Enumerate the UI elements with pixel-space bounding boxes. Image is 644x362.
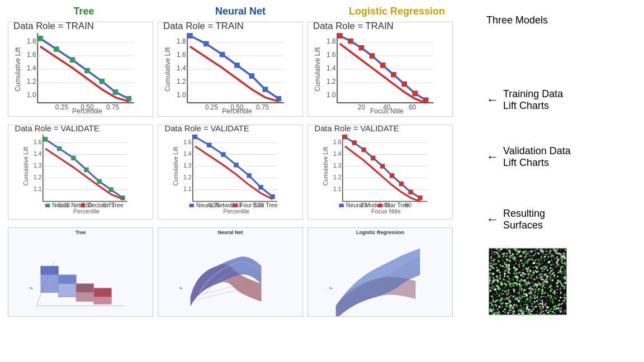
y-tick-2: 1.6 [177,51,186,59]
sq3 [359,45,364,51]
sq6 [391,72,396,78]
legend-text2: Decision Tree [88,202,124,208]
sq4 [371,156,375,160]
legend-text2: Star Tree [385,202,409,208]
tree-surface-grid: x1_log_inc y [28,261,125,317]
training-arrow: ← [486,93,499,107]
sq3 [221,152,225,156]
sq6 [258,185,263,189]
y-tick-4: 1.2 [326,78,336,85]
three-models-group: Three Models [486,14,638,27]
sq2 [348,39,353,44]
tree-title: Tree [6,6,162,17]
neural-val-title: Data Role = VALIDATE [165,125,249,133]
sq7 [401,82,407,87]
surfaces-row: Tree [6,225,475,319]
y-tick-2: 1.6 [27,51,36,59]
x-tick-2: 0.50 [80,103,94,111]
sq1 [343,135,347,139]
sq6 [390,173,394,178]
tree-surface-title: Tree [8,228,153,235]
tree-surf-x-label: x1_log_inc [70,316,91,317]
y-tick-1: 1.8 [27,37,36,45]
validation-data-group: ← Validation Data Lift Charts [486,145,638,169]
tree-val-title: Data Role = VALIDATE [15,125,100,133]
logistic-surf-x-label: Coll_GPA [369,316,389,317]
y-tick-5: 1.0 [27,91,36,99]
sq3 [361,147,366,152]
sq4 [234,163,238,167]
tree-val-y-label: Cumulative Lift [22,147,29,186]
sq4 [84,168,88,172]
x-tick-3: 60 [409,103,416,111]
x-tick-3: 0.75 [106,103,120,111]
sq5 [97,179,101,184]
y-tick-1: 1.8 [177,37,186,45]
sq2 [54,46,59,52]
y-tick-2: 1.4 [183,150,192,157]
logistic-title: Logistic Regression [319,6,475,17]
sq8 [413,90,418,96]
tree-top-4 [94,288,112,297]
sq1 [37,36,43,41]
y-tick-3: 1.3 [34,162,42,169]
tree-train-title: Data Role = TRAIN [13,22,94,31]
surfaces-group: ← Resulting Surfaces [486,208,638,231]
validation-label-text: Validation Data Lift Charts [503,145,571,169]
sq2 [352,140,357,145]
y-tick-3: 1.4 [326,64,336,72]
validation-charts-row: Data Role = VALIDATE Cumulative Lift Per… [6,122,475,222]
sq4 [84,68,90,74]
tree-top-3 [76,284,94,293]
sq4 [234,63,240,68]
y-tick-2: 1.4 [34,150,42,157]
logistic-validation-chart: Data Role = VALIDATE Cumulative Lift Foc… [307,125,453,220]
charts-area: Tree Neural Net Logistic Regression Data… [6,6,475,356]
sq1 [193,135,197,139]
validation-line1: Validation Data [503,145,571,157]
sq1 [187,33,193,39]
sq5 [380,164,385,168]
training-line1: Training Data [503,88,563,100]
training-data-group: ← Training Data Lift Charts [486,88,638,112]
y-tick-3: 1.4 [27,64,36,72]
x-tick-3: 0.75 [256,103,269,111]
three-models-text: Three Models [486,14,548,27]
neural-surface-title: Neural Net [158,228,302,235]
sq5 [100,79,105,84]
sq3 [71,156,75,160]
tree-validation-chart: Data Role = VALIDATE Cumulative Lift Per… [8,125,153,220]
y-tick-3: 1.4 [177,64,186,72]
y-tick-5: 1.1 [183,185,192,192]
y-tick-1: 1.6 [333,139,342,145]
model-titles-row: Tree Neural Net Logistic Regression [6,6,475,17]
sq2 [203,41,209,47]
y-tick-3: 1.3 [183,162,192,169]
legend-sq1 [45,204,50,207]
training-charts-row: Data Role = TRAIN Cumulative Lift Percen… [6,20,475,119]
sq1 [43,137,48,141]
x-tick-1: 20 [358,103,366,111]
sq5 [380,63,386,68]
y-tick-4: 1.2 [27,78,36,85]
logistic-surface-svg: Coll_GPA y [308,235,452,317]
tree-surface-chart: Tree [8,227,153,317]
y-tick-5: 1.0 [177,91,186,99]
neural-validation-chart: Data Role = VALIDATE Cumulative Lift Per… [158,125,303,220]
neural-val-x-label: Percentile [223,208,249,215]
neural-surface-g: Stud_Fac y [178,256,261,317]
legend-sq2 [378,204,382,207]
main-container: Tree Neural Net Logistic Regression Data… [0,0,644,362]
x-tick-2: 40 [383,103,391,111]
neural-val-y-label: Cumulative Lift [172,147,179,186]
sq8 [408,190,413,194]
neural-train-red-line [190,46,278,101]
tree-train-y-label: Cumulative Lift [14,47,22,92]
neural-val-red-line [195,146,273,199]
legend-text1: Neural Model [346,202,381,208]
tree-surface-svg: x1_log_inc y [8,235,153,317]
logistic-val-x-label: Focus Ntile [371,208,401,215]
logistic-train-title: Data Role = TRAIN [313,22,394,31]
tree-top-2 [59,275,77,284]
neural-surf-y-label: y [178,287,183,289]
